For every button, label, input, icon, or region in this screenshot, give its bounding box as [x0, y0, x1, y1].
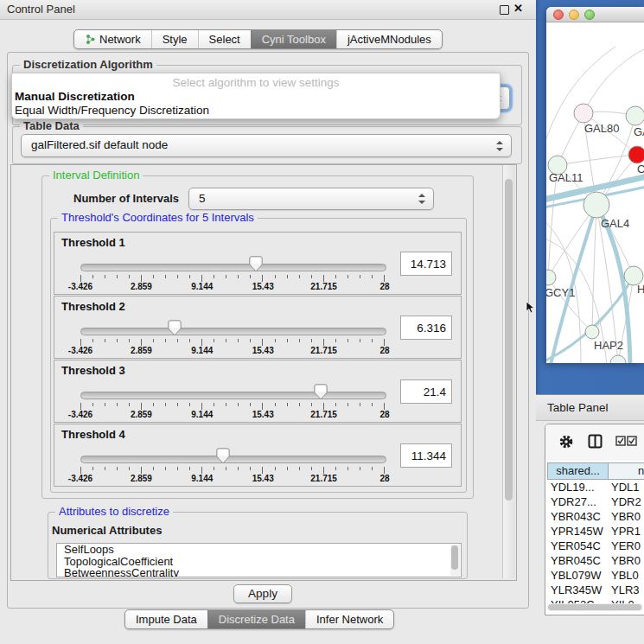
slider-tick	[360, 275, 360, 278]
slider-tick-label: 28	[379, 346, 389, 355]
threshold-1-value-field[interactable]: 14.713	[400, 252, 452, 276]
column-layout-icon[interactable]	[588, 434, 603, 449]
attribute-list-item[interactable]: TopologicalCoefficient	[57, 556, 461, 568]
network-graph: GAL80GACGAL11GAL4GCY1HHAP2	[546, 22, 644, 363]
tab-discretize-data-label: Discretize Data	[219, 613, 295, 626]
dropdown-option-manual-discretization[interactable]: Manual Discretization	[15, 90, 135, 103]
numerical-attributes-list[interactable]: SelfLoopsTopologicalCoefficientBetweenne…	[56, 543, 462, 577]
combo-arrows-icon	[496, 141, 503, 151]
tab-select[interactable]: Select	[198, 30, 251, 48]
slider-tick-label: 2.859	[131, 282, 152, 291]
algorithm-dropdown-popup: Select algorithm to view settings Manual…	[11, 73, 501, 119]
apply-button[interactable]: Apply	[233, 584, 292, 603]
float-panel-icon[interactable]	[500, 5, 509, 15]
threshold-2-slider-thumb[interactable]	[168, 320, 182, 336]
thresholds-title: Threshold's Coordinates for 5 Intervals	[58, 211, 258, 224]
number-of-intervals-combobox[interactable]: 5	[188, 188, 434, 210]
cell-name: YBR0	[611, 554, 641, 567]
cell-shared-name: YDL19...	[551, 481, 595, 494]
tab-network[interactable]: Network	[74, 30, 151, 48]
slider-tick	[129, 339, 130, 342]
list-scrollbar-thumb[interactable]	[451, 545, 458, 570]
table-row[interactable]: YPR145WYPR1	[545, 524, 644, 539]
network-node-hap2[interactable]	[585, 325, 599, 339]
tab-jactivemnodules-label: jActiveMNodules	[348, 33, 431, 46]
slider-tick	[92, 339, 93, 342]
slider-tick	[250, 275, 251, 278]
top-tab-bar: Network Style Select Cyni Toolbox jActiv…	[73, 29, 443, 49]
tab-infer-network[interactable]: Infer Network	[305, 610, 393, 628]
table-row[interactable]: YDL19...YDL1	[545, 480, 644, 494]
slider-tick	[226, 467, 226, 470]
tab-cyni-toolbox[interactable]: Cyni Toolbox	[251, 30, 336, 48]
threshold-1-slider-thumb[interactable]	[249, 256, 263, 272]
threshold-3-slider-thumb[interactable]	[314, 384, 328, 400]
network-node-gal80[interactable]	[574, 104, 593, 123]
network-node-ga[interactable]	[626, 106, 644, 125]
table-row[interactable]: YBR043CYBR0	[545, 509, 644, 524]
vertical-scrollbar[interactable]	[502, 165, 515, 578]
network-node-gal4[interactable]	[583, 192, 609, 218]
slider-tick	[189, 275, 190, 278]
tab-impute-data[interactable]: Impute Data	[125, 610, 207, 628]
numerical-attributes-label: Numerical Attributes	[52, 524, 162, 537]
slider-tick	[80, 467, 81, 474]
threshold-2-value-field[interactable]: 6.316	[400, 316, 452, 340]
slider-tick-label: 9.144	[191, 410, 213, 419]
table-row[interactable]: YLR345WYLR3	[545, 583, 644, 597]
gear-icon[interactable]	[558, 434, 574, 450]
slider-tick-label: 2.859	[131, 474, 152, 483]
attribute-list-item[interactable]: SelfLoops	[57, 544, 461, 556]
slider-tick	[323, 275, 324, 282]
close-traffic-light-icon[interactable]	[553, 10, 564, 20]
control-panel: Control Panel ✕ Network Style Select Cyn…	[0, 0, 536, 644]
slider-tick	[384, 339, 385, 346]
tab-discretize-data[interactable]: Discretize Data	[207, 610, 305, 628]
column-header-shared-name[interactable]: shared...	[547, 462, 609, 480]
slider-tick-label: 2.859	[131, 410, 152, 419]
threshold-4-slider-thumb[interactable]	[216, 448, 230, 464]
tab-jactivemnodules[interactable]: jActiveMNodules	[336, 30, 442, 48]
table-row[interactable]: YER054CYER0	[545, 539, 644, 553]
tab-style[interactable]: Style	[151, 30, 198, 48]
horizontal-scrollbar-thumb[interactable]	[548, 604, 641, 610]
network-node-label: GA	[634, 125, 644, 138]
network-canvas[interactable]: GAL80GACGAL11GAL4GCY1HHAP2	[546, 22, 644, 363]
slider-tick	[117, 467, 118, 470]
table-row[interactable]: YDR27...YDR2	[545, 494, 644, 509]
slider-tick	[117, 339, 118, 342]
attribute-list-item[interactable]: BetweennessCentrality	[57, 567, 461, 577]
threshold-3-value-field[interactable]: 21.4	[400, 379, 452, 404]
minimize-traffic-light-icon[interactable]	[569, 10, 579, 20]
slider-tick-label: 21.715	[310, 410, 337, 419]
number-of-intervals-value: 5	[199, 192, 206, 205]
threshold-4-value-field[interactable]: 11.344	[400, 443, 452, 468]
network-window-titlebar[interactable]	[546, 7, 644, 22]
table-row[interactable]: YBL079WYBL0	[545, 568, 644, 583]
table-row[interactable]: YIL052CYIL0	[545, 597, 644, 603]
close-icon[interactable]: ✕	[513, 2, 523, 15]
tab-select-label: Select	[209, 33, 240, 46]
network-node-c[interactable]	[628, 146, 644, 163]
slider-tick	[177, 339, 178, 342]
network-node-gcy1[interactable]	[546, 270, 556, 285]
dropdown-option-equal-width[interactable]: Equal Width/Frequency Discretization	[15, 104, 209, 117]
table-data-combobox[interactable]: galFiltered.sif default node	[21, 134, 512, 157]
slider-tick	[189, 339, 190, 342]
vertical-scrollbar-thumb[interactable]	[505, 179, 513, 501]
zoom-traffic-light-icon[interactable]	[584, 10, 595, 20]
list-scrollbar[interactable]	[450, 545, 460, 576]
dropdown-placeholder-option[interactable]: Select algorithm to view settings	[12, 76, 500, 89]
slider-tick	[299, 275, 300, 278]
slider-tick	[287, 275, 288, 278]
slider-tick-label: 28	[379, 474, 389, 483]
slider-tick	[348, 339, 348, 342]
network-node-partial[interactable]	[610, 355, 626, 363]
horizontal-scrollbar[interactable]	[547, 603, 643, 611]
slider-tick-label: 9.144	[191, 282, 213, 291]
column-header-name[interactable]: na	[608, 462, 644, 480]
table-row[interactable]: YBR045CYBR0	[545, 553, 644, 568]
cell-name: YBL0	[611, 569, 639, 582]
slider-tick	[238, 467, 239, 470]
select-columns-icon[interactable]	[615, 436, 638, 446]
